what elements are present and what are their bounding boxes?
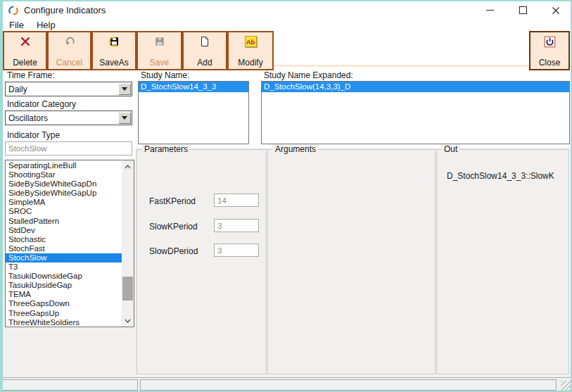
indicator-type-label: Indicator Type	[7, 130, 60, 140]
delete-button[interactable]: Delete	[3, 31, 47, 70]
list-item[interactable]: ThreeGapsDown	[6, 299, 122, 308]
list-item[interactable]: TasukiDownsideGap	[6, 272, 122, 281]
toolbar: Delete Cancel SaveAs Save	[3, 31, 571, 67]
close-button[interactable]: Close	[529, 31, 570, 70]
indicator-category-select[interactable]: Oscillators	[5, 110, 132, 125]
list-item[interactable]: SideBySideWhiteGapUp	[6, 189, 122, 198]
modify-ab-glyph: Ab	[246, 39, 255, 45]
indicator-category-value: Oscillators	[6, 113, 117, 123]
study-name-label: Study Name:	[141, 70, 189, 80]
minimize-icon	[486, 10, 494, 11]
save-floppy-icon	[154, 36, 165, 47]
list-item[interactable]: StalledPattern	[6, 217, 122, 226]
list-item[interactable]: TEMA	[6, 290, 122, 299]
window-edge-top	[0, 0, 572, 1]
scroll-down-button[interactable]	[122, 315, 134, 327]
window-close-button[interactable]	[540, 1, 572, 19]
power-icon	[544, 36, 556, 48]
parameters-group: Parameters FastKPeriod SlowKPeriod SlowD…	[136, 149, 267, 374]
list-item-selected[interactable]: StochSlow	[6, 253, 122, 263]
list-item[interactable]: SeparatingLineBull	[6, 161, 122, 170]
app-logo-icon	[8, 5, 19, 16]
fastk-period-label: FastKPeriod	[149, 196, 196, 206]
slowd-period-field	[214, 244, 259, 257]
time-frame-select[interactable]: Daily	[5, 82, 132, 96]
add-label: Add	[197, 58, 212, 67]
indicator-category-label: Indicator Category	[7, 99, 76, 109]
list-item[interactable]: Stochastic	[6, 235, 122, 244]
save-button[interactable]: Save	[136, 31, 182, 70]
list-item[interactable]: SimpleMA	[6, 198, 122, 207]
cancel-button[interactable]: Cancel	[47, 31, 91, 70]
study-name-expanded-label: Study Name Expanded:	[264, 70, 353, 80]
status-panel-right	[140, 379, 557, 391]
indicator-list: SeparatingLineBull ShootingStar SideBySi…	[6, 161, 122, 327]
status-bar	[0, 377, 572, 392]
chevron-down-icon	[122, 87, 127, 91]
maximize-button[interactable]	[507, 1, 539, 19]
list-item[interactable]: SROC	[6, 207, 122, 216]
modify-label: Modify	[238, 58, 262, 67]
out-group: Out D_StochSlow14_3_3::SlowK	[436, 149, 569, 374]
window-title: Configure Indicators	[24, 5, 106, 15]
fastk-period-field	[214, 194, 259, 207]
study-name-expanded-listbox: D_StochSlow(14,3,3)_D	[261, 81, 570, 144]
minimize-button[interactable]	[474, 1, 506, 19]
time-frame-dropdown-button[interactable]	[118, 83, 131, 95]
cancel-label: Cancel	[56, 58, 82, 67]
parameters-group-title: Parameters	[141, 144, 191, 154]
menu-file[interactable]: File	[3, 19, 30, 32]
menu-help[interactable]: Help	[30, 19, 62, 32]
save-as-button[interactable]: SaveAs	[91, 31, 136, 70]
list-item[interactable]: ThreeWhiteSoldiers	[6, 318, 122, 327]
save-as-label: SaveAs	[99, 58, 128, 67]
arguments-group-title: Arguments	[272, 144, 319, 154]
slowd-period-label: SlowDPeriod	[149, 246, 198, 256]
save-label: Save	[150, 58, 169, 67]
out-value: D_StochSlow14_3_3::SlowK	[447, 171, 554, 181]
time-frame-value: Daily	[6, 84, 117, 94]
time-frame-label: Time Frame:	[7, 70, 55, 80]
window-edge-left	[0, 0, 3, 392]
delete-label: Delete	[13, 58, 37, 67]
delete-x-icon	[20, 36, 31, 47]
list-item[interactable]: ShootingStar	[6, 170, 122, 179]
arguments-group: Arguments	[267, 149, 436, 374]
menu-bar: File Help	[3, 19, 571, 32]
save-as-icon	[108, 36, 120, 47]
list-item[interactable]: TasukiUpsideGap	[6, 281, 122, 290]
study-name-expanded-item-selected[interactable]: D_StochSlow(14,3,3)_D	[262, 82, 569, 92]
close-x-icon	[552, 6, 560, 15]
add-button[interactable]: Add	[182, 31, 227, 70]
indicator-list-scrollbar[interactable]	[122, 160, 134, 327]
maximize-icon	[519, 6, 527, 14]
slowk-period-label: SlowKPeriod	[149, 222, 198, 232]
chevron-down-icon	[125, 319, 131, 323]
indicator-listbox: SeparatingLineBull ShootingStar SideBySi…	[5, 160, 134, 327]
slowk-period-field	[214, 219, 259, 232]
undo-arrow-icon	[64, 36, 75, 47]
indicator-category-dropdown-button[interactable]	[118, 112, 131, 124]
study-name-listbox: D_StochSlow14_3_3	[138, 81, 249, 144]
new-document-icon	[199, 36, 210, 47]
indicator-type-field	[5, 141, 132, 156]
chevron-down-icon	[122, 116, 127, 120]
chevron-up-icon	[125, 165, 131, 169]
modify-button[interactable]: Ab Modify	[227, 31, 274, 70]
close-label: Close	[539, 58, 561, 67]
list-item[interactable]: StdDev	[6, 226, 122, 235]
list-item[interactable]: SideBySideWhiteGapDn	[6, 179, 122, 189]
resize-grip-icon[interactable]	[561, 381, 571, 391]
list-item[interactable]: ThreeGapsUp	[6, 309, 122, 318]
list-item[interactable]: StochFast	[6, 244, 122, 253]
study-name-item-selected[interactable]: D_StochSlow14_3_3	[139, 82, 248, 92]
list-item[interactable]: T3	[6, 263, 122, 272]
status-panel-left	[1, 379, 138, 391]
title-bar[interactable]: Configure Indicators	[3, 1, 571, 19]
scroll-up-button[interactable]	[122, 160, 134, 172]
out-group-title: Out	[441, 144, 460, 154]
configure-indicators-window: Configure Indicators File Help Delete Ca…	[0, 0, 572, 392]
modify-ab-icon: Ab	[245, 36, 257, 47]
scrollbar-thumb[interactable]	[122, 277, 133, 301]
